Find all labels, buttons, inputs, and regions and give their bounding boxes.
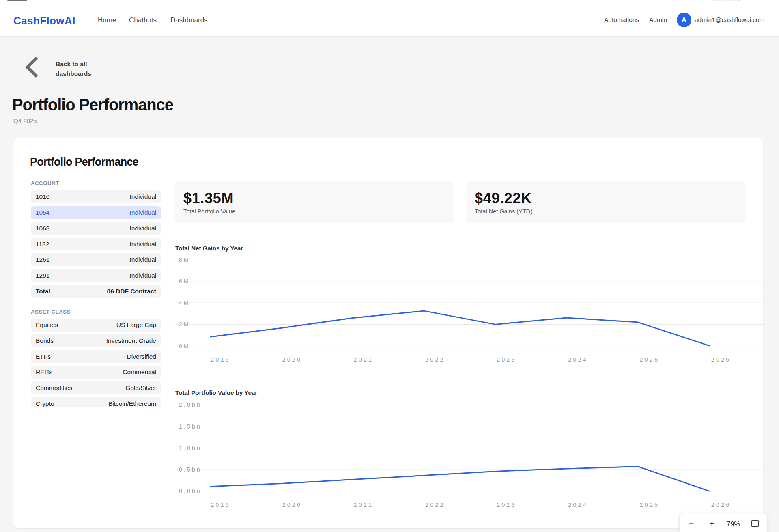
svg-text:2020: 2020 [282,356,302,363]
svg-text:2023: 2023 [497,502,516,508]
svg-text:2026: 2026 [711,356,731,363]
svg-text:8M: 8M [179,258,190,263]
svg-text:2019: 2019 [211,502,230,508]
svg-text:0.5bn: 0.5bn [179,466,202,473]
svg-text:4M: 4M [179,299,190,306]
svg-text:2021: 2021 [354,356,374,363]
svg-text:6M: 6M [179,278,190,284]
svg-text:2M: 2M [179,321,190,328]
svg-text:2020: 2020 [282,502,302,508]
svg-text:2024: 2024 [568,356,588,363]
svg-text:2022: 2022 [425,356,445,363]
svg-text:2019: 2019 [211,356,230,363]
svg-text:2022: 2022 [425,502,445,508]
svg-text:2024: 2024 [568,502,588,508]
svg-text:0.0bn: 0.0bn [179,488,202,494]
svg-text:2021: 2021 [354,502,374,508]
svg-text:2026: 2026 [711,502,731,508]
svg-text:1.0bn: 1.0bn [179,445,202,451]
svg-text:2025: 2025 [640,356,660,363]
svg-text:0M: 0M [179,343,190,349]
svg-text:2.0bn: 2.0bn [179,403,202,408]
svg-text:2025: 2025 [640,502,660,508]
svg-text:2023: 2023 [497,356,516,363]
svg-text:1.5bn: 1.5bn [179,423,202,429]
